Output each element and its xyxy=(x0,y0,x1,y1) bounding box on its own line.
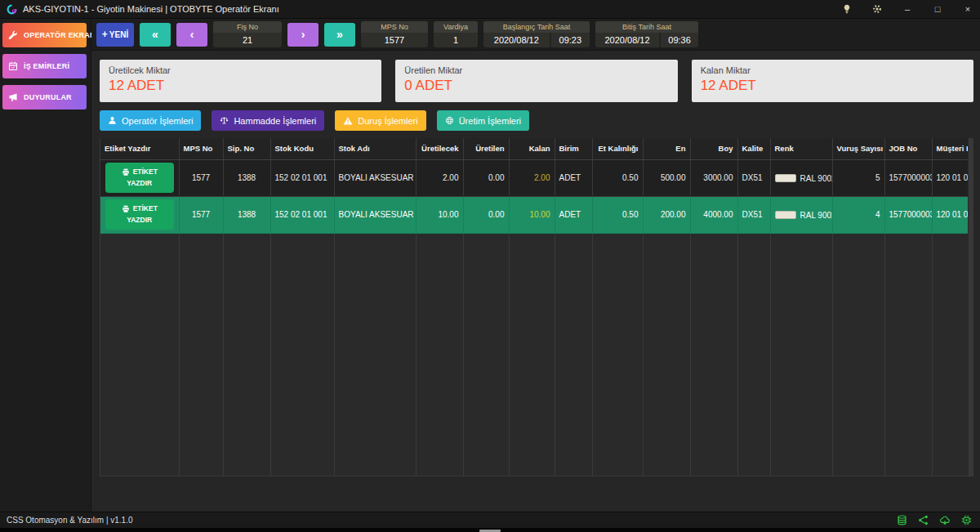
minimize-button[interactable]: – xyxy=(895,0,920,19)
header-uretilen[interactable]: Üretilen xyxy=(463,138,509,159)
cell-kalite: DX51 xyxy=(737,159,770,196)
kalan-miktar-card: Kalan Miktar 12 ADET xyxy=(692,60,973,102)
main-content: + YENİ « ‹ Fiş No 21 › » MPS No 1577 Var… xyxy=(91,19,980,512)
cell-vurus-sayisi: 4 xyxy=(832,196,884,233)
baslangic-time-value[interactable]: 09:23 xyxy=(550,33,590,47)
cell-mps-no: 1577 xyxy=(179,196,223,233)
fis-no-value[interactable]: 21 xyxy=(213,33,282,47)
bitis-time-value[interactable]: 09:36 xyxy=(659,33,698,47)
card-label: Üretilcek Miktar xyxy=(109,65,372,75)
toolbar: + YENİ « ‹ Fiş No 21 › » MPS No 1577 Var… xyxy=(91,19,980,51)
header-stok-adi[interactable]: Stok Adı xyxy=(334,138,416,159)
print-label-button[interactable]: ETİKET YAZDIR xyxy=(105,199,174,230)
header-kalite[interactable]: Kalite xyxy=(737,138,770,159)
color-swatch xyxy=(775,174,796,182)
footer-version-text: CSS Otomasyon & Yazılım | v1.1.0 xyxy=(7,516,886,525)
next-button[interactable]: › xyxy=(287,23,318,47)
printer-icon xyxy=(122,168,130,177)
maximize-button[interactable]: □ xyxy=(925,0,950,19)
previous-button[interactable]: ‹ xyxy=(176,23,207,47)
tab-durus-islemleri[interactable]: Duruş İşlemleri xyxy=(335,110,425,131)
sidebar-item-label: DUYURULAR xyxy=(24,93,72,101)
sidebar: OPERATÖR EKRANI İŞ EMİRLERİ DUYURULAR xyxy=(0,19,91,512)
mps-no-field[interactable]: MPS No 1577 xyxy=(361,21,428,47)
baslangic-tarih-saat-field[interactable]: Başlangıç Tarih Saat 2020/08/12 09:23 xyxy=(483,21,590,47)
cell-uretilecek: 10.00 xyxy=(416,196,463,233)
header-stok-kodu[interactable]: Stok Kodu xyxy=(270,138,334,159)
cell-vurus-sayisi: 5 xyxy=(832,159,884,196)
cell-en: 500.00 xyxy=(643,159,690,196)
header-boy[interactable]: Boy xyxy=(690,138,737,159)
database-icon[interactable] xyxy=(897,515,907,525)
globe-icon xyxy=(445,116,454,125)
cell-birim: ADET xyxy=(555,159,592,196)
cell-sip-no: 1388 xyxy=(223,196,270,233)
table-row[interactable]: ETİKET YAZDIR 1577 1388 152 02 01 001 BO… xyxy=(100,159,973,196)
table-row-selected[interactable]: ETİKET YAZDIR 1577 1388 152 02 01 001 BO… xyxy=(100,196,973,233)
cell-job-no: 1577000003 xyxy=(884,159,932,196)
vertical-scrollbar[interactable] xyxy=(968,138,973,476)
settings-gear-icon[interactable] xyxy=(865,0,889,19)
cell-stok-kodu: 152 02 01 001 xyxy=(270,159,334,196)
print-label-button[interactable]: ETİKET YAZDIR xyxy=(105,163,174,193)
header-birim[interactable]: Birim xyxy=(555,138,592,159)
calendar-icon xyxy=(8,61,18,71)
first-page-button[interactable]: « xyxy=(140,23,171,47)
new-button[interactable]: + YENİ xyxy=(96,23,134,47)
fis-no-label: Fiş No xyxy=(213,21,282,33)
header-mps-no[interactable]: MPS No xyxy=(179,138,223,159)
empty-grid-area xyxy=(100,233,973,476)
tab-hammadde-islemleri[interactable]: Hammadde İşlemleri xyxy=(212,110,324,131)
header-vurus-sayisi[interactable]: Vuruş Sayısı xyxy=(832,138,884,159)
vardiya-field[interactable]: Vardiya 1 xyxy=(434,21,478,47)
sidebar-item-label: OPERATÖR EKRANI xyxy=(24,31,97,39)
header-en[interactable]: En xyxy=(643,138,690,159)
chip-icon[interactable] xyxy=(961,515,972,525)
mps-no-value[interactable]: 1577 xyxy=(361,33,428,47)
card-value: 12 ADET xyxy=(109,78,372,94)
cell-et-kalinligi: 0.50 xyxy=(592,196,643,233)
cell-uretilen: 0.00 xyxy=(463,159,509,196)
sidebar-item-operator-ekrani[interactable]: OPERATÖR EKRANI xyxy=(2,23,87,47)
bitis-tarih-saat-field[interactable]: Bitiş Tarih Saat 2020/08/12 09:36 xyxy=(595,21,698,47)
sidebar-item-label: İŞ EMİRLERİ xyxy=(24,62,69,70)
baslangic-date-value[interactable]: 2020/08/12 xyxy=(483,33,550,47)
plus-icon: + xyxy=(102,29,108,40)
header-renk[interactable]: Renk xyxy=(770,138,832,159)
header-et-kalinligi[interactable]: Et Kalınlığı xyxy=(592,138,643,159)
cell-boy: 4000.00 xyxy=(690,196,737,233)
cell-renk: RAL 9002 xyxy=(770,196,832,233)
sidebar-item-duyurular[interactable]: DUYURULAR xyxy=(2,85,87,110)
bitis-date-value[interactable]: 2020/08/12 xyxy=(595,33,659,47)
cell-renk: RAL 9002 xyxy=(770,159,832,196)
header-etiket-yazdir[interactable]: Etiket Yazdır xyxy=(100,138,179,159)
card-label: Kalan Miktar xyxy=(701,65,964,75)
tab-operator-islemleri[interactable]: Operatör İşlemleri xyxy=(100,110,201,131)
cell-etiket: ETİKET YAZDIR xyxy=(100,196,179,233)
card-value: 12 ADET xyxy=(701,78,964,94)
cell-birim: ADET xyxy=(555,196,592,233)
cell-stok-adi: BOYALI AKSESUAR xyxy=(334,196,416,233)
header-sip-no[interactable]: Sip. No xyxy=(223,138,270,159)
window-title: AKS-GIYOTIN-1 - Giyotin Makinesi | OTOBY… xyxy=(23,4,279,14)
cell-stok-adi: BOYALI AKSESUAR xyxy=(334,159,416,196)
cell-kalan: 10.00 xyxy=(509,196,555,233)
tab-uretim-islemleri[interactable]: Üretim İşlemleri xyxy=(437,110,529,131)
baslangic-label: Başlangıç Tarih Saat xyxy=(483,21,590,33)
fis-no-field[interactable]: Fiş No 21 xyxy=(213,21,282,47)
scale-icon xyxy=(220,116,229,125)
header-job-no[interactable]: JOB No xyxy=(884,138,932,159)
share-network-icon[interactable] xyxy=(918,515,929,525)
cell-job-no: 1577000003 xyxy=(884,196,932,233)
vardiya-value[interactable]: 1 xyxy=(434,33,478,47)
printer-icon xyxy=(122,205,130,213)
theme-lamp-icon[interactable] xyxy=(835,0,859,19)
sidebar-item-is-emirleri[interactable]: İŞ EMİRLERİ xyxy=(2,54,87,78)
close-button[interactable]: × xyxy=(956,0,980,19)
cloud-icon[interactable] xyxy=(939,515,951,525)
uretilcek-miktar-card: Üretilcek Miktar 12 ADET xyxy=(100,60,381,102)
cell-boy: 3000.00 xyxy=(690,159,737,196)
header-uretilecek[interactable]: Üretilecek xyxy=(416,138,463,159)
last-page-button[interactable]: » xyxy=(324,23,355,47)
header-kalan[interactable]: Kalan xyxy=(509,138,555,159)
